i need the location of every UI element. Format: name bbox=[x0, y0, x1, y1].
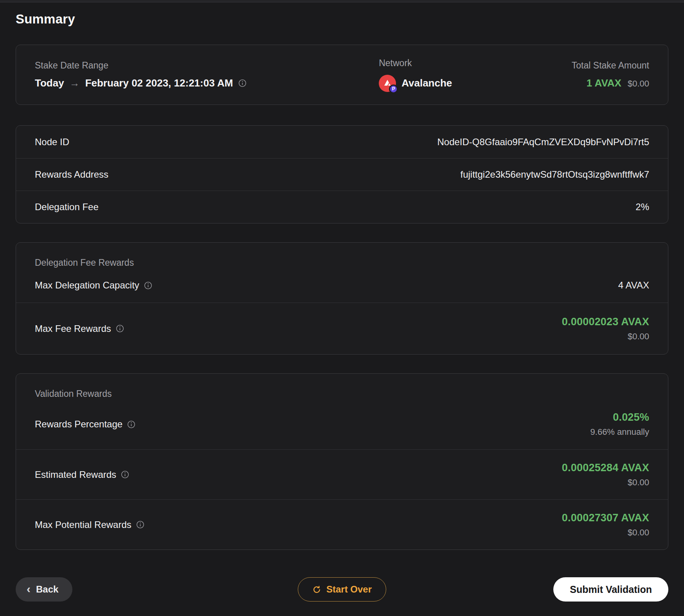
rewards-address-label: Rewards Address bbox=[35, 169, 108, 180]
estimated-rewards-usd: $0.00 bbox=[628, 477, 649, 488]
page-title: Summary bbox=[16, 12, 668, 27]
details-card: Node ID NodeID-Q8Gfaaio9FAqCmZVEXDq9bFvN… bbox=[16, 125, 668, 223]
max-fee-rewards-row: Max Fee Rewards 0.00002023 AVAX $0.00 bbox=[16, 303, 668, 354]
rewards-percentage-row: Rewards Percentage 0.025% 9.66% annually bbox=[16, 399, 668, 449]
p-chain-badge: P bbox=[389, 85, 398, 94]
rewards-percentage-value: 0.025% bbox=[613, 411, 649, 423]
network-label: Network bbox=[379, 58, 572, 68]
node-id-value: NodeID-Q8Gfaaio9FAqCmZVEXDq9bFvNPvDi7rt5 bbox=[437, 137, 649, 148]
avalanche-p-chain-icon: P bbox=[379, 75, 396, 92]
node-id-label: Node ID bbox=[35, 137, 69, 148]
max-fee-rewards-value: 0.00002023 AVAX bbox=[562, 316, 649, 328]
table-row-delegation-fee: Delegation Fee 2% bbox=[16, 191, 668, 223]
estimated-rewards-row: Estimated Rewards 0.00025284 AVAX $0.00 bbox=[16, 449, 668, 499]
validation-rewards-card: Validation Rewards Rewards Percentage 0.… bbox=[16, 373, 668, 550]
footer-actions: ‹ Back Start Over Submit Validation bbox=[16, 577, 668, 602]
back-button-label: Back bbox=[36, 584, 58, 595]
delegation-fee-rewards-section-label: Delegation Fee Rewards bbox=[16, 258, 668, 268]
delegation-fee-value: 2% bbox=[635, 202, 649, 213]
rewards-address-value: fujittgi2e3k56enytwSd78rtOtsq3izg8wnftff… bbox=[461, 169, 650, 180]
stake-start-value: Today bbox=[35, 77, 64, 89]
total-stake-value: 1 AVAX bbox=[587, 77, 621, 89]
max-fee-rewards-usd: $0.00 bbox=[628, 331, 649, 342]
refresh-icon bbox=[312, 585, 321, 594]
stake-date-range: Stake Date Range Today → February 02 202… bbox=[35, 60, 379, 89]
network: Network P Avalanche bbox=[379, 58, 572, 92]
chevron-left-icon: ‹ bbox=[27, 583, 31, 595]
stake-date-range-label: Stake Date Range bbox=[35, 60, 379, 71]
rewards-percentage-annual: 9.66% annually bbox=[590, 427, 649, 437]
validation-rewards-section-label: Validation Rewards bbox=[16, 389, 668, 399]
summary-page: Summary Stake Date Range Today → Februar… bbox=[0, 12, 684, 602]
info-icon[interactable] bbox=[121, 470, 129, 479]
delegation-fee-label: Delegation Fee bbox=[35, 202, 99, 213]
estimated-rewards-label: Estimated Rewards bbox=[35, 469, 116, 480]
start-over-button[interactable]: Start Over bbox=[298, 577, 386, 602]
max-delegation-capacity-row: Max Delegation Capacity 4 AVAX bbox=[16, 268, 668, 303]
table-row-rewards-address: Rewards Address fujittgi2e3k56enytwSd78r… bbox=[16, 158, 668, 191]
table-row-node-id: Node ID NodeID-Q8Gfaaio9FAqCmZVEXDq9bFvN… bbox=[16, 126, 668, 158]
info-icon[interactable] bbox=[127, 420, 135, 429]
arrow-right-icon: → bbox=[70, 77, 80, 89]
max-fee-rewards-label: Max Fee Rewards bbox=[35, 323, 111, 334]
overview-card: Stake Date Range Today → February 02 202… bbox=[16, 45, 668, 105]
info-icon[interactable] bbox=[136, 521, 144, 529]
total-stake-label: Total Stake Amount bbox=[572, 60, 649, 71]
max-potential-rewards-row: Max Potential Rewards 0.00027307 AVAX $0… bbox=[16, 499, 668, 549]
info-icon[interactable] bbox=[144, 281, 152, 290]
max-delegation-capacity-label: Max Delegation Capacity bbox=[35, 280, 139, 291]
max-potential-rewards-value: 0.00027307 AVAX bbox=[562, 512, 649, 524]
max-potential-rewards-label: Max Potential Rewards bbox=[35, 519, 131, 530]
info-icon[interactable] bbox=[238, 79, 247, 87]
top-divider bbox=[0, 0, 684, 2]
max-delegation-capacity-value: 4 AVAX bbox=[618, 280, 649, 291]
stake-end-value: February 02 2023, 12:21:03 AM bbox=[85, 77, 233, 89]
back-button[interactable]: ‹ Back bbox=[16, 577, 72, 602]
submit-validation-label: Submit Validation bbox=[570, 584, 652, 595]
network-value: Avalanche bbox=[401, 77, 452, 89]
submit-validation-button[interactable]: Submit Validation bbox=[553, 577, 668, 602]
start-over-label: Start Over bbox=[326, 584, 372, 595]
total-stake-usd: $0.00 bbox=[628, 79, 649, 89]
delegation-fee-rewards-card: Delegation Fee Rewards Max Delegation Ca… bbox=[16, 242, 668, 355]
info-icon[interactable] bbox=[116, 324, 124, 333]
max-potential-rewards-usd: $0.00 bbox=[628, 528, 649, 538]
rewards-percentage-label: Rewards Percentage bbox=[35, 419, 122, 430]
estimated-rewards-value: 0.00025284 AVAX bbox=[562, 462, 649, 474]
total-stake-amount: Total Stake Amount 1 AVAX $0.00 bbox=[572, 60, 649, 89]
